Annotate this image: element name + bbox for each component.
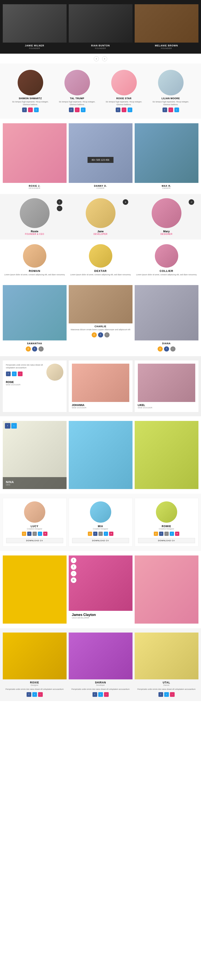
bt-socials-roxie: f t ☞ bbox=[3, 692, 66, 697]
s1-samantha[interactable]: d bbox=[26, 347, 31, 352]
download-btn-romie[interactable]: DOWNLOAD CV bbox=[138, 538, 195, 543]
ceo-card-romie bbox=[135, 421, 198, 489]
cc-img-mia bbox=[90, 501, 111, 523]
designer-section: ROXIE J. DESIGNER 80+ 505 123 456 DANNY … bbox=[0, 119, 201, 194]
s3-diana[interactable]: ☞ bbox=[170, 347, 176, 352]
founders-section: JAMIE MILNER FOUNDER RIAN BUNTON FOUNDER… bbox=[0, 0, 201, 54]
cc-s1-romie[interactable]: d bbox=[154, 531, 158, 536]
bt-fb-utal[interactable]: f bbox=[158, 692, 163, 697]
cc-s3-lucy[interactable]: ☞ bbox=[33, 531, 37, 536]
bt-ig-utal[interactable]: ☞ bbox=[170, 692, 175, 697]
cc-img-romie bbox=[156, 501, 177, 523]
s2-diana[interactable]: f bbox=[164, 347, 169, 352]
card-diana: DIANA d f ☞ bbox=[135, 285, 198, 352]
ceo-socials-nina: f t bbox=[5, 423, 17, 429]
bt-name-shiran: SHIRAN bbox=[69, 681, 133, 684]
bt-tw-shiran[interactable]: t bbox=[98, 692, 103, 697]
download-btn-lucy[interactable]: DOWNLOAD CV bbox=[6, 538, 63, 543]
cc-s4-lucy[interactable]: t bbox=[38, 531, 42, 536]
founder-rounded-roxie: t ☞ Roxie Founder & CEO bbox=[3, 198, 66, 235]
ig-icon-shimon[interactable]: ☞ bbox=[28, 108, 33, 112]
cc-s1-mia[interactable]: d bbox=[88, 531, 92, 536]
bt-img-roxie bbox=[3, 633, 66, 679]
bt-card-utal: UTAL Dancer Perspiciatis unde omnis iste… bbox=[135, 633, 198, 697]
next-arrow[interactable]: › bbox=[102, 56, 107, 61]
cc-s3-romie[interactable]: ☞ bbox=[165, 531, 169, 536]
bt-fb-roxie[interactable]: f bbox=[27, 692, 31, 697]
s2-samantha[interactable]: f bbox=[32, 347, 37, 352]
cc-s1-lucy[interactable]: d bbox=[22, 531, 26, 536]
creative-grid: LUCY Creative Designer d f ☞ t ✦ DOWNLOA… bbox=[2, 498, 199, 547]
prev-arrow[interactable]: ‹ bbox=[94, 56, 99, 61]
jc-fb[interactable]: f bbox=[71, 558, 76, 563]
sf-share[interactable]: ↗ bbox=[189, 199, 194, 205]
cc-s4-romie[interactable]: t bbox=[170, 531, 174, 536]
bt-img-utal bbox=[135, 633, 198, 679]
bt-name-roxie: ROXIE bbox=[3, 681, 66, 684]
jc-card-hat bbox=[135, 555, 198, 624]
cc-s5-lucy[interactable]: ✦ bbox=[43, 531, 47, 536]
nina-fb[interactable]: f bbox=[5, 423, 10, 429]
s3-samantha[interactable]: ☞ bbox=[38, 347, 44, 352]
fb-icon-shimon[interactable]: f bbox=[22, 108, 27, 112]
ig-icon-roxie[interactable]: ☞ bbox=[122, 108, 127, 112]
team-circle-lilian: Lilian Moore Sic tempus fugit esperanto.… bbox=[150, 70, 192, 112]
s2-charlie[interactable]: f bbox=[98, 332, 103, 337]
cc-s5-romie[interactable]: ✦ bbox=[175, 531, 179, 536]
sf-tiktok[interactable]: ✦ bbox=[123, 199, 128, 205]
wd-fb-rosie[interactable]: f bbox=[6, 372, 11, 376]
jc-li[interactable]: in bbox=[71, 578, 76, 583]
team-circle-roxie: Roxie Star Sic tempus fugit esperanto. H… bbox=[103, 70, 145, 112]
founder-name-rian: RIAN BUNTON bbox=[69, 44, 133, 47]
team-circle-tal: Tal Trump Sic tempus fugit esperanto. Hi… bbox=[56, 70, 98, 112]
fb-icon-tal[interactable]: f bbox=[69, 108, 74, 112]
creative-section: LUCY Creative Designer d f ☞ t ✦ DOWNLOA… bbox=[0, 494, 201, 551]
ig-icon-lilian[interactable]: ☞ bbox=[168, 108, 173, 112]
sf-instagram[interactable]: ☞ bbox=[57, 206, 62, 211]
nina-tw[interactable]: t bbox=[11, 423, 17, 429]
team-circles-grid: Shimon Shwartz Sic tempus fugit esperant… bbox=[4, 70, 197, 112]
team-desc-roman: Roman Lorem ipsum dolor sit amet, consec… bbox=[3, 244, 66, 276]
social-float-roxie: t ☞ bbox=[57, 199, 62, 211]
fb-icon-roxie[interactable]: f bbox=[116, 108, 120, 112]
cc-s4-mia[interactable]: t bbox=[104, 531, 108, 536]
cc-s3-mia[interactable]: ☞ bbox=[98, 531, 103, 536]
bt-img-shiran bbox=[69, 633, 133, 679]
tw-icon-lilian[interactable]: t bbox=[174, 108, 179, 112]
bt-ig-roxie[interactable]: ☞ bbox=[38, 692, 43, 697]
phone-button[interactable]: 80+ 505 123 456 bbox=[87, 157, 114, 163]
tw-icon-tal[interactable]: t bbox=[81, 108, 85, 112]
ceo-role-nina: CEO bbox=[6, 484, 63, 486]
bt-role-utal: Dancer bbox=[135, 684, 198, 686]
cc-s2-romie[interactable]: f bbox=[159, 531, 163, 536]
fb-icon-lilian[interactable]: f bbox=[163, 108, 167, 112]
cc-s5-mia[interactable]: ✦ bbox=[109, 531, 113, 536]
jc-tw[interactable]: t bbox=[71, 564, 76, 570]
sf-twitter[interactable]: t bbox=[57, 199, 62, 205]
s1-charlie[interactable]: d bbox=[92, 332, 97, 337]
bt-fb-shiran[interactable]: f bbox=[93, 692, 97, 697]
bt-tw-roxie[interactable]: t bbox=[32, 692, 37, 697]
jc-card-james: James Clayton UI/UX Developer f t ☞ in bbox=[69, 555, 133, 624]
jc-ig[interactable]: ☞ bbox=[71, 571, 76, 576]
bt-card-shiran: SHIRAN Developer Perspiciatis unde omnis… bbox=[69, 633, 133, 697]
designer-img-roxiej bbox=[3, 123, 66, 183]
jc-img-james bbox=[69, 555, 133, 611]
bt-tw-utal[interactable]: t bbox=[164, 692, 169, 697]
download-btn-mia[interactable]: DOWNLOAD CV bbox=[72, 538, 129, 543]
tw-icon-shimon[interactable]: t bbox=[34, 108, 39, 112]
tw-icon-roxie[interactable]: t bbox=[128, 108, 132, 112]
bt-ig-shiran[interactable]: ☞ bbox=[104, 692, 109, 697]
ig-icon-tal[interactable]: ☞ bbox=[75, 108, 79, 112]
wd-name-likel: Likel bbox=[138, 404, 195, 407]
wd-tw-rosie[interactable]: t bbox=[12, 372, 17, 376]
wd-ig-rosie[interactable]: ☞ bbox=[18, 372, 22, 376]
cc-s2-mia[interactable]: f bbox=[93, 531, 97, 536]
s1-diana[interactable]: d bbox=[158, 347, 163, 352]
social-icons-tal: f ☞ t bbox=[56, 108, 98, 112]
designer-card-maxr: MAX R. OWNER bbox=[135, 123, 198, 189]
s3-charlie[interactable]: ☞ bbox=[104, 332, 109, 337]
team-desc-tal: Sic tempus fugit esperanto. Hicup estege… bbox=[56, 100, 98, 106]
bt-desc-roxie: Perspiciatis unde omnis iste natus dowei… bbox=[3, 688, 66, 690]
cc-s2-lucy[interactable]: f bbox=[27, 531, 32, 536]
